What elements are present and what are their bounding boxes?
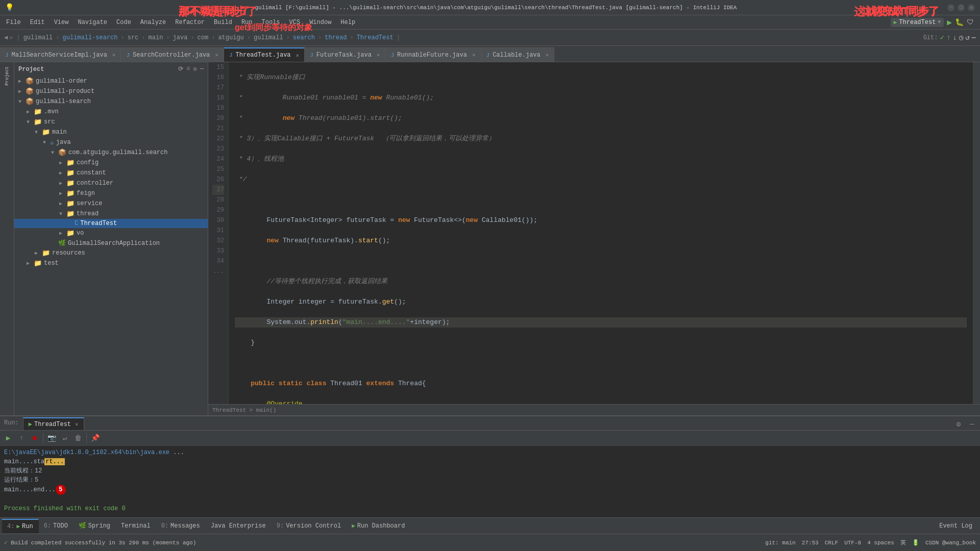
run-config-selector[interactable]: ▶ ThreadTest ▼ (891, 18, 944, 27)
tree-src[interactable]: ▼ 📁 src (14, 117, 208, 127)
bottom-tab-spring[interactable]: 🌿 Spring (74, 519, 116, 533)
tab-close-icon[interactable]: ✕ (377, 52, 380, 58)
code-content[interactable]: * 实现Runnable接口 * Runable01 runable01 = n… (229, 62, 973, 404)
tree-feign[interactable]: ▶ 📁 feign (14, 188, 208, 198)
nav-back[interactable]: ◀ (4, 34, 8, 41)
minimize-button[interactable]: ─ (947, 4, 954, 11)
tree-package[interactable]: ▼ 📦 com.atguigu.gulimall.search (14, 147, 208, 158)
close-icon[interactable]: ✕ (75, 421, 79, 428)
bottom-tab-java-enterprise[interactable]: Java Enterprise (206, 519, 272, 533)
tree-service[interactable]: ▶ 📁 service (14, 198, 208, 209)
wrap-btn[interactable]: ↵ (59, 432, 71, 444)
nav-gulimall[interactable]: gulimall (23, 34, 53, 41)
bottom-tab-messages[interactable]: 0: Messages (156, 519, 206, 533)
nav-threadtest[interactable]: ThreadTest (357, 34, 394, 41)
nav-com[interactable]: com (198, 34, 209, 41)
tree-controller[interactable]: ▶ 📁 controller (14, 178, 208, 188)
bottom-tab-terminal[interactable]: Terminal (116, 519, 156, 533)
tab-runnablefuture[interactable]: J RunnableFuture.java ✕ (385, 47, 481, 62)
tree-main[interactable]: ▼ 📁 main (14, 127, 208, 137)
close-button[interactable]: ✕ (968, 4, 975, 11)
tree-vo[interactable]: ▶ 📁 vo (14, 228, 208, 238)
bottom-tab-threadtest[interactable]: ▶ ThreadTest ✕ (23, 417, 84, 430)
coverage-button[interactable]: 🛡 (967, 18, 974, 27)
bottom-tab-todo[interactable]: 6: TODO (39, 519, 74, 533)
bottom-tab-run[interactable]: 4: ▶ Run (2, 519, 39, 533)
nav-forward[interactable]: ▶ (10, 34, 13, 41)
tree-resources[interactable]: ▶ 📁 resources (14, 248, 208, 258)
nav-atguigu[interactable]: atguigu (218, 34, 243, 41)
menu-tools[interactable]: Tools (258, 17, 284, 28)
git-history[interactable]: ◷ (959, 33, 963, 42)
tab-searchcontroller[interactable]: J SearchController.java ✕ (121, 47, 224, 62)
menu-window[interactable]: Window (305, 17, 335, 28)
git-push[interactable]: ↑ (946, 34, 950, 42)
tab-threadtest[interactable]: J ThreadTest.java ✕ (224, 47, 305, 62)
charset-status[interactable]: UTF-8 (844, 540, 861, 546)
tree-config[interactable]: ▶ 📁 config (14, 158, 208, 168)
tab-close-icon[interactable]: ✕ (215, 52, 218, 58)
nav-gulimall2[interactable]: gulimall (254, 34, 283, 41)
bottom-tab-run-dashboard[interactable]: ▶ Run Dashboard (347, 519, 410, 533)
lang-status[interactable]: 英 (900, 539, 906, 546)
collapse-icon[interactable]: ≡ (186, 65, 190, 73)
git-revert[interactable]: ↺ (965, 33, 969, 42)
minimize-sidebar-icon[interactable]: — (200, 65, 204, 73)
nav-search[interactable]: search (293, 34, 315, 41)
tree-gulimall-order[interactable]: ▶ 📦 gulimall-order (14, 76, 208, 86)
tree-java[interactable]: ▼ ☕ java (14, 137, 208, 147)
git-more[interactable]: ⋯ (972, 33, 976, 42)
tree-constant[interactable]: ▶ 📁 constant (14, 168, 208, 178)
clear-btn[interactable]: 🗑 (72, 432, 84, 444)
settings-icon[interactable]: ⚙ (193, 65, 197, 73)
tree-test[interactable]: ▶ 📁 test (14, 258, 208, 268)
pin-btn[interactable]: 📌 (89, 432, 101, 444)
tree-thread[interactable]: ▼ 📁 thread (14, 209, 208, 219)
tab-callable[interactable]: J Callable.java ✕ (481, 47, 555, 62)
run-button[interactable]: ▶ (947, 17, 952, 28)
tab-mallsearchserviceimpl[interactable]: J MallSearchServiceImpl.java ✕ (0, 47, 121, 62)
sync-icon[interactable]: ⟳ (178, 65, 183, 73)
scroll-up-btn[interactable]: ↑ (15, 432, 28, 444)
position-status[interactable]: 27:53 (802, 540, 819, 546)
crlf-status[interactable]: CRLF (825, 540, 838, 546)
menu-navigate[interactable]: Navigate (74, 17, 111, 28)
hide-panel-btn[interactable]: — (966, 418, 978, 430)
code-editor[interactable]: 15 16 17 18 19 20 21 22 23 24 25 26 27 2… (208, 62, 980, 404)
git-commit[interactable]: ✓ (940, 33, 944, 42)
debug-button[interactable]: 🐛 (955, 18, 964, 27)
git-update[interactable]: ↓ (952, 34, 957, 42)
nav-thread[interactable]: thread (325, 34, 347, 41)
menu-help[interactable]: Help (336, 17, 359, 28)
tab-futuretask[interactable]: J FutureTask.java ✕ (305, 47, 385, 62)
nav-src[interactable]: src (128, 34, 139, 41)
menu-vcs[interactable]: VCS (285, 17, 305, 28)
menu-build[interactable]: Build (210, 17, 236, 28)
indent-status[interactable]: 4 spaces (867, 540, 894, 546)
menu-view[interactable]: View (50, 17, 73, 28)
tab-close-icon[interactable]: ✕ (472, 52, 476, 58)
rerun-button[interactable]: ▶ (2, 432, 14, 444)
screenshot-btn[interactable]: 📷 (45, 432, 58, 444)
settings-tool-btn[interactable]: ⚙ (952, 418, 965, 430)
menu-code[interactable]: Code (112, 17, 135, 28)
tab-close-icon[interactable]: ✕ (546, 52, 549, 58)
project-tool-btn[interactable]: Project (4, 64, 11, 88)
tree-threadtest[interactable]: C ThreadTest (14, 219, 208, 228)
menu-analyze[interactable]: Analyze (136, 17, 170, 28)
menu-edit[interactable]: Edit (26, 17, 49, 28)
tree-gulimall-product[interactable]: ▶ 📦 gulimall-product (14, 86, 208, 96)
nav-gulimall-search[interactable]: gulimall-search (62, 34, 117, 41)
bottom-tab-event-log[interactable]: Event Log (934, 519, 978, 533)
stop-button[interactable]: ■ (29, 432, 41, 444)
menu-run[interactable]: Run (237, 17, 257, 28)
tree-mvn[interactable]: ▶ 📁 .mvn (14, 107, 208, 117)
tree-gulimall-app[interactable]: 🌿 GulimallSearchApplication (14, 238, 208, 248)
menu-file[interactable]: File (2, 17, 25, 28)
nav-java[interactable]: java (173, 34, 188, 41)
menu-refactor[interactable]: Refactor (171, 17, 209, 28)
bottom-tab-version-control[interactable]: 9: Version Control (272, 519, 347, 533)
nav-main[interactable]: main (149, 34, 163, 41)
maximize-button[interactable]: □ (958, 4, 965, 11)
tree-gulimall-search[interactable]: ▼ 📦 gulimall-search (14, 96, 208, 107)
